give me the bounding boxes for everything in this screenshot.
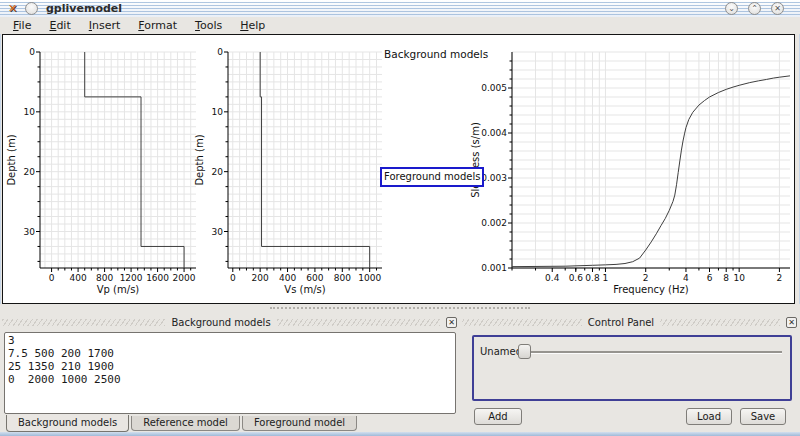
menu-edit[interactable]: Edit <box>40 18 79 33</box>
window-controls: ⌄ ⌃ ✕ <box>725 2 784 15</box>
svg-text:Depth (m): Depth (m) <box>194 134 205 185</box>
svg-text:30: 30 <box>212 227 224 237</box>
svg-text:0.4: 0.4 <box>545 273 560 283</box>
background-models-dock: Background models ✕ 3 7.5 500 200 1700 2… <box>0 313 460 432</box>
svg-text:1600: 1600 <box>146 273 169 283</box>
parameter-slider[interactable] <box>518 337 784 365</box>
background-models-dock-titlebar: Background models ✕ <box>2 315 457 329</box>
svg-text:0.6: 0.6 <box>569 273 584 283</box>
svg-text:10: 10 <box>212 107 224 117</box>
svg-text:20: 20 <box>24 167 36 177</box>
window-menu-button[interactable] <box>25 2 38 15</box>
svg-text:0.002: 0.002 <box>481 218 507 228</box>
svg-text:20: 20 <box>212 167 224 177</box>
control-panel-dock-title: Control Panel <box>588 317 654 328</box>
svg-text:Depth (m): Depth (m) <box>6 134 17 185</box>
control-panel-frame: Unamed <box>472 335 792 401</box>
svg-text:2: 2 <box>643 273 649 283</box>
svg-text:600: 600 <box>306 273 323 283</box>
svg-text:0: 0 <box>230 273 236 283</box>
svg-text:8: 8 <box>723 273 729 283</box>
menu-help[interactable]: Help <box>231 18 274 33</box>
svg-text:10: 10 <box>733 273 745 283</box>
slider-label: Unamed <box>480 346 522 357</box>
minimize-icon[interactable]: ⌄ <box>725 2 738 15</box>
maximize-icon[interactable]: ⌃ <box>748 2 761 15</box>
svg-text:10: 10 <box>24 107 36 117</box>
svg-text:0.003: 0.003 <box>481 173 507 183</box>
svg-text:800: 800 <box>96 273 113 283</box>
foreground-models-annotation[interactable]: Foreground models <box>380 167 484 187</box>
svg-text:30: 30 <box>24 227 36 237</box>
load-button[interactable]: Load <box>686 408 732 425</box>
menu-tools[interactable]: Tools <box>186 18 231 33</box>
add-button[interactable]: Add <box>474 408 522 425</box>
background-models-annotation[interactable]: Background models <box>384 48 488 60</box>
menu-insert[interactable]: Insert <box>80 18 130 33</box>
splitter-handle[interactable] <box>0 304 800 313</box>
close-icon[interactable]: ✕ <box>771 2 784 15</box>
svg-text:0.005: 0.005 <box>481 83 507 93</box>
svg-text:0.8: 0.8 <box>585 273 600 283</box>
svg-text:0: 0 <box>217 47 223 57</box>
menu-file[interactable]: File <box>4 18 40 33</box>
svg-text:200: 200 <box>252 273 269 283</box>
svg-text:Vp (m/s): Vp (m/s) <box>97 284 140 295</box>
tab-background-models[interactable]: Background models <box>6 415 129 432</box>
slider-handle[interactable] <box>518 344 531 359</box>
svg-text:800: 800 <box>334 273 351 283</box>
dock-hatch-icon <box>462 319 582 326</box>
plot-area: 04008001200160020000102030Vp (m/s)Depth … <box>2 34 795 304</box>
dock-close-icon[interactable]: ✕ <box>786 317 797 328</box>
dock-close-icon[interactable]: ✕ <box>446 317 457 328</box>
control-panel-dock-titlebar: Control Panel ✕ <box>462 315 797 329</box>
svg-text:4: 4 <box>683 273 689 283</box>
tab-reference-model[interactable]: Reference model <box>131 416 240 431</box>
svg-text:0: 0 <box>49 273 55 283</box>
model-text-area[interactable]: 3 7.5 500 200 1700 25 1350 210 1900 0 20… <box>4 332 456 414</box>
svg-text:1200: 1200 <box>120 273 143 283</box>
svg-text:400: 400 <box>279 273 296 283</box>
menu-format[interactable]: Format <box>129 18 186 33</box>
svg-text:0.001: 0.001 <box>481 263 507 273</box>
svg-text:0: 0 <box>29 47 35 57</box>
svg-text:2: 2 <box>777 273 783 283</box>
svg-text:1000: 1000 <box>358 273 381 283</box>
svg-text:2000: 2000 <box>173 273 196 283</box>
window-title: gplivemodel <box>46 2 122 15</box>
svg-text:Vs (m/s): Vs (m/s) <box>284 284 325 295</box>
tab-foreground-model[interactable]: Foreground model <box>242 416 357 431</box>
svg-text:6: 6 <box>707 273 713 283</box>
dock-area: Background models ✕ 3 7.5 500 200 1700 2… <box>0 313 800 432</box>
menu-bar: File Edit Insert Format Tools Help <box>0 17 800 34</box>
application-window: ✕ gplivemodel ⌄ ⌃ ✕ File Edit Insert For… <box>0 0 800 436</box>
slider-groove <box>530 351 782 353</box>
title-bar: ✕ gplivemodel ⌄ ⌃ ✕ <box>0 0 800 17</box>
background-models-dock-title: Background models <box>171 317 270 328</box>
model-tabs: Background models Reference model Foregr… <box>6 415 359 432</box>
svg-text:0.004: 0.004 <box>481 128 507 138</box>
control-panel-dock: Control Panel ✕ Unamed Add Load Save <box>460 313 800 432</box>
svg-text:400: 400 <box>69 273 86 283</box>
save-button[interactable]: Save <box>740 408 786 425</box>
splitter-dots-icon <box>270 307 530 309</box>
dock-hatch-icon <box>660 319 780 326</box>
dock-hatch-icon <box>2 319 165 326</box>
window-bottom-edge <box>0 432 800 436</box>
svg-text:1: 1 <box>603 273 609 283</box>
dock-hatch-icon <box>277 319 440 326</box>
app-icon: ✕ <box>6 2 19 15</box>
svg-text:Frequency (Hz): Frequency (Hz) <box>613 284 689 295</box>
